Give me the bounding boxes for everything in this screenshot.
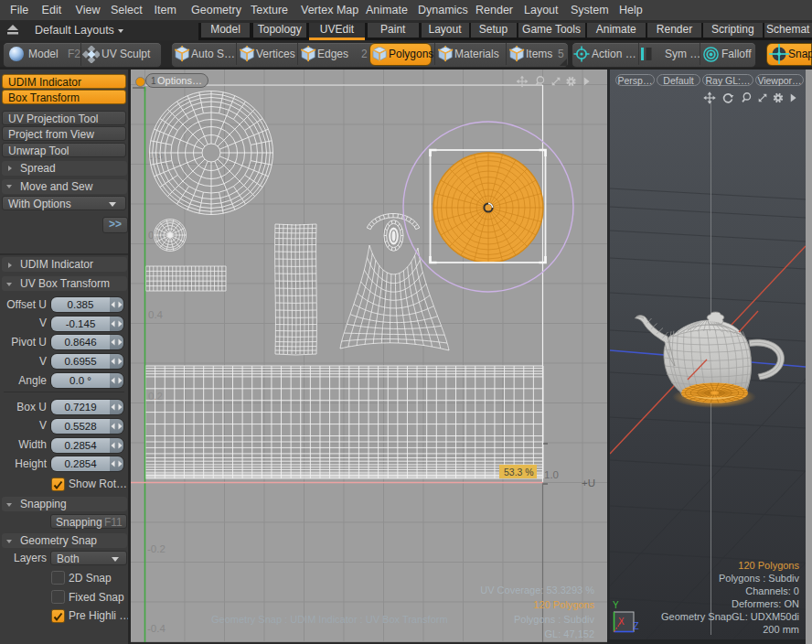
svg-text:0.4: 0.4 — [148, 309, 164, 320]
svg-text:-0.2: -0.2 — [147, 543, 166, 554]
svg-text:X: X — [618, 617, 625, 627]
svg-text:Z: Z — [634, 621, 639, 631]
svg-text:0.2: 0.2 — [148, 391, 163, 402]
svg-text:53.3 %: 53.3 % — [504, 467, 534, 478]
svg-text:+U: +U — [582, 478, 595, 488]
svg-text:Y: Y — [613, 600, 619, 610]
svg-text:1.0: 1.0 — [544, 469, 559, 480]
svg-text:-0.4: -0.4 — [147, 623, 166, 634]
